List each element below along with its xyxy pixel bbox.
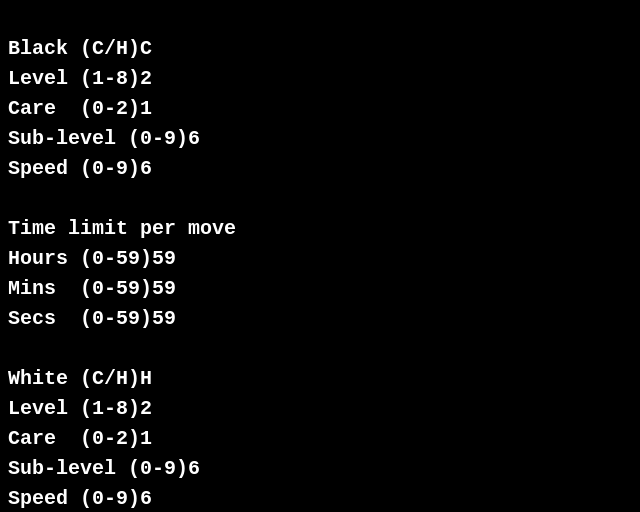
terminal-line: Speed (0-9)6 [8,154,632,184]
terminal-line: Level (1-8)2 [8,64,632,94]
terminal-line: White (C/H)H [8,364,632,394]
terminal-line: Sub-level (0-9)6 [8,454,632,484]
terminal-line: Sub-level (0-9)6 [8,124,632,154]
terminal-line: Level (1-8)2 [8,394,632,424]
terminal-line: Care (0-2)1 [8,424,632,454]
terminal-line: Time limit per move [8,214,632,244]
terminal-line: Secs (0-59)59 [8,304,632,334]
terminal-line: Care (0-2)1 [8,94,632,124]
terminal-line: Hours (0-59)59 [8,244,632,274]
empty-line [8,184,632,214]
terminal-line: Mins (0-59)59 [8,274,632,304]
terminal-line: Black (C/H)C [8,34,632,64]
terminal-screen: Black (C/H)CLevel (1-8)2Care (0-2)1Sub-l… [0,0,640,512]
terminal-line: Speed (0-9)6 [8,484,632,512]
empty-line [8,334,632,364]
